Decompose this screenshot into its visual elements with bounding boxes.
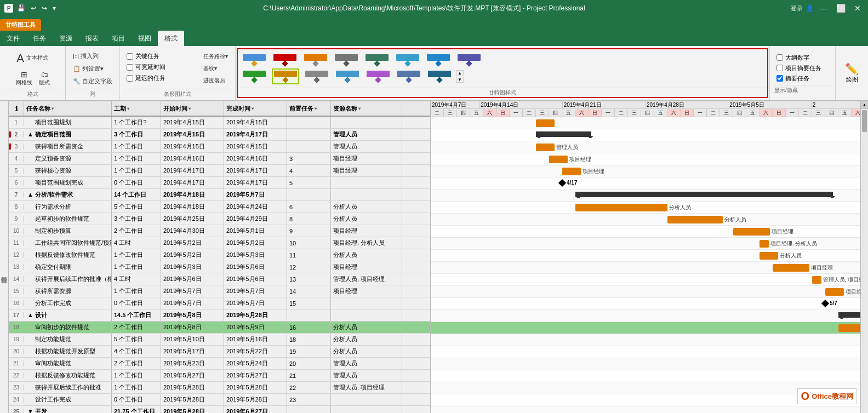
column-settings-button[interactable]: 📋列设置▾ — [70, 63, 106, 74]
gantt-style-12[interactable] — [334, 69, 361, 84]
task-resource: 分析人员 — [331, 213, 402, 225]
tab-resource[interactable]: 资源 — [53, 31, 79, 46]
summary-tasks-checkbox[interactable]: 摘要任务 — [774, 73, 831, 84]
restore-button[interactable]: ⬜ — [833, 4, 848, 13]
tab-report[interactable]: 报表 — [79, 31, 105, 46]
behind-schedule-button[interactable]: 进度落后 — [201, 75, 231, 86]
task-name: 设计工作完成 — [24, 394, 112, 405]
undo-button[interactable]: ↩ — [29, 4, 38, 12]
vertical-scrollbar[interactable]: ▲ ▼ — [860, 101, 868, 413]
day-cell: 日 — [681, 109, 694, 117]
ribbon-group-format: A文本样式 ⊞网格线 🗂版式 格式 — [0, 46, 66, 100]
table-row[interactable]: 24 设计工作完成 0 个工作日 2019年5月28日 2019年5月28日 2… — [9, 394, 430, 406]
col-header-task[interactable]: 任务名称 ▾ — [24, 101, 112, 116]
gantt-style-9[interactable] — [241, 69, 267, 84]
table-row[interactable]: 23 获得开展后续工作的批准 1 个工作日 2019年5月28日 2019年5月… — [9, 382, 430, 394]
table-row[interactable]: 22 根据反馈修改功能规范 1 个工作日 2019年5月27日 2019年5月2… — [9, 370, 430, 382]
table-row[interactable]: 3 获得项目所需资金 1 个工作日 2019年4月15日 2019年4月15日 … — [9, 141, 430, 153]
insert-column-button[interactable]: |↕|插入列 — [70, 50, 101, 62]
table-row[interactable]: 13 确定交付期限 1 个工作日 2019年5月3日 2019年5月6日 12 … — [9, 261, 430, 273]
gantt-style-5[interactable] — [364, 53, 390, 67]
tab-gantt-tools[interactable]: 甘特图工具 — [0, 19, 41, 31]
table-row[interactable]: 20 根据功能规范开发原型 4 个工作日 2019年5月17日 2019年5月2… — [9, 346, 430, 358]
row-number: 6 — [9, 180, 24, 186]
close-button[interactable]: ✕ — [852, 4, 864, 13]
scroll-thumb[interactable] — [862, 110, 867, 132]
gantt-style-14[interactable] — [396, 69, 422, 84]
critical-task-checkbox[interactable]: 关键任务 — [124, 51, 168, 61]
col-header-duration[interactable]: 工期 ▾ — [112, 101, 161, 116]
date-apr14: 2019年4月14日 — [479, 101, 562, 108]
table-row[interactable]: 16 分析工作完成 0 个工作日 2019年5月7日 2019年5月7日 15 — [9, 297, 430, 309]
task-duration: 5 个工作日 — [112, 201, 161, 213]
col-header-start[interactable]: 开始时间 ▾ — [161, 101, 224, 116]
minimize-button[interactable]: — — [817, 4, 830, 13]
login-label[interactable]: 登录 — [791, 4, 803, 13]
scroll-up[interactable]: ▲ — [861, 101, 868, 109]
col-header-finish[interactable]: 完成时间 ▾ — [224, 101, 287, 116]
scroll-track[interactable] — [861, 109, 868, 413]
table-row[interactable]: 6 项目范围规划完成 0 个工作日 2019年4月17日 2019年4月17日 … — [9, 177, 430, 189]
tab-task[interactable]: 任务 — [26, 31, 53, 46]
task-start: 2019年5月28日 — [161, 382, 224, 393]
gantt-style-11[interactable] — [304, 69, 330, 84]
tab-project[interactable]: 项目 — [105, 31, 132, 46]
table-row[interactable]: 19 制定功能规范 5 个工作日 2019年5月10日 2019年5月16日 1… — [9, 334, 430, 346]
gantt-style-6[interactable] — [395, 53, 421, 67]
task-start: 2019年4月17日 — [161, 177, 224, 188]
col-header-pred[interactable]: 前置任务 ▾ — [287, 101, 331, 116]
table-row[interactable]: 8 行为需求分析 5 个工作日 2019年4月18日 2019年4月24日 6 … — [9, 201, 430, 213]
gantt-style-8[interactable] — [456, 53, 482, 67]
tab-file[interactable]: 文件 — [0, 31, 26, 46]
tab-format[interactable]: 格式 — [158, 31, 184, 46]
task-duration: 3 个工作日 — [112, 129, 161, 140]
slack-time-checkbox[interactable]: 可宽延时间 — [124, 62, 168, 72]
table-row[interactable]: 18 审阅初步的软件规范 2 个工作日 2019年5月8日 2019年5月9日 … — [9, 322, 430, 334]
table-row[interactable]: 5 获得核心资源 1 个工作日 2019年4月17日 2019年4月17日 4 … — [9, 165, 430, 177]
task-path-button[interactable]: 任务路径▾ — [201, 51, 231, 62]
gantt-style-4[interactable] — [333, 53, 359, 67]
custom-fields-button[interactable]: 🔧自定义字段 — [70, 76, 115, 87]
table-row[interactable]: 15 获得所需资源 1 个工作日 2019年5月7日 2019年5月7日 14 … — [9, 285, 430, 297]
task-resource: 分析人员 — [331, 346, 402, 357]
table-row[interactable]: 9 起草初步的软件规范 3 个工作日 2019年4月25日 2019年4月29日… — [9, 213, 430, 225]
gantt-style-7[interactable] — [425, 53, 452, 67]
gantt-style-10-selected[interactable] — [272, 68, 299, 84]
gridlines-button[interactable]: ⊞网格线 — [13, 68, 35, 88]
gantt-style-3[interactable] — [302, 53, 329, 67]
save-button[interactable]: 💾 — [15, 4, 27, 12]
gantt-style-2[interactable] — [272, 53, 298, 67]
gantt-bar-label: 项目经理 — [811, 264, 833, 272]
gantt-style-13[interactable] — [365, 69, 391, 84]
table-row[interactable]: 21 审阅功能规范 2 个工作日 2019年5月23日 2019年5月24日 2… — [9, 358, 430, 370]
table-row[interactable]: 10 制定初步预算 2 个工作日 2019年4月30日 2019年5月1日 9 … — [9, 225, 430, 237]
table-row[interactable]: 4 定义预备资源 1 个工作日 2019年4月16日 2019年4月16日 3 … — [9, 153, 430, 165]
table-row[interactable]: 2 ▲ 确定项目范围 3 个工作日 2019年4月15日 2019年4月17日 … — [9, 129, 430, 141]
table-row[interactable]: 11 工作组共同审阅软件规范/预算 4 工时 2019年5月2日 2019年5月… — [9, 237, 430, 249]
day-cell: 二 — [523, 109, 536, 117]
row-number: 15 — [9, 288, 24, 294]
customize-button[interactable]: ▾ — [51, 4, 58, 12]
table-row[interactable]: 12 根据反馈修改软件规范 1 个工作日 2019年5月2日 2019年5月3日… — [9, 249, 430, 261]
baseline-button[interactable]: 基线▾ — [201, 63, 231, 74]
outline-numbers-checkbox[interactable]: 大纲数字 — [774, 53, 831, 63]
late-tasks-checkbox[interactable]: 延迟的任务 — [124, 73, 168, 83]
tab-view[interactable]: 视图 — [132, 31, 158, 46]
table-row[interactable]: 1 项目范围规划 1 个工作日? 2019年4月15日 2019年4月15日 — [9, 117, 430, 129]
gantt-style-1[interactable] — [241, 53, 267, 67]
redo-button[interactable]: ↪ — [40, 4, 49, 12]
gantt-style-15[interactable] — [426, 69, 453, 84]
styles-scroll-up[interactable]: ▲ — [456, 70, 464, 76]
day-cell: 日 — [496, 109, 510, 117]
text-style-button[interactable]: A文本样式 — [13, 49, 52, 67]
table-row[interactable]: 7 ▲ 分析/软件需求 14 个工作日 2019年4月18日 2019年5月7日 — [9, 189, 430, 201]
draw-label[interactable]: 绘图 — [846, 76, 858, 84]
table-row[interactable]: 25 ▼ 开发 21.75 个工作日 2019年5月28日 2019年6月27日 — [9, 406, 430, 413]
col-header-resource[interactable]: 资源名称 ▾ — [331, 101, 402, 116]
gantt-row — [431, 177, 860, 190]
table-row[interactable]: 14 获得开展后续工作的批准（概念、期限和预算） 4 工时 2019年5月6日 … — [9, 273, 430, 285]
layout-button[interactable]: 🗂版式 — [36, 68, 53, 88]
table-row[interactable]: 17 ▲ 设计 14.5 个工作日 2019年5月8日 2019年5月28日 — [9, 309, 430, 322]
styles-scroll-down[interactable]: ▼ — [456, 77, 464, 83]
project-summary-checkbox[interactable]: 项目摘要任务 — [774, 63, 831, 73]
